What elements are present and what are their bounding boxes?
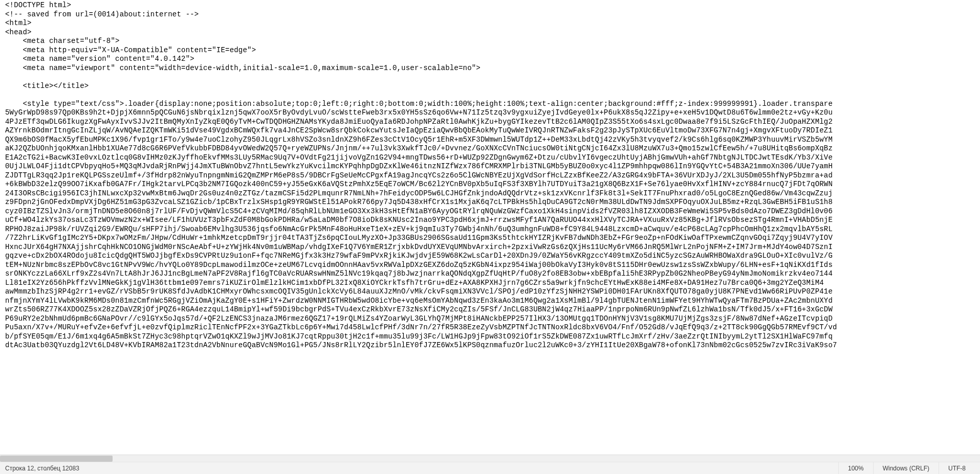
code-line[interactable]: wrZts506RZ77K4XDOOZ5sx28zZDaVZRjOfjPQZ6+… — [5, 305, 976, 314]
code-line[interactable]: dtAc3Uatb03QYuzdgl2Vt6LD48V+KVbIRAM82a1T… — [5, 341, 976, 350]
code-line[interactable]: /7Z2hrLiKvGf1gIMc2Y5+DKpx7wOMzFm/JHpw/Cd… — [5, 234, 976, 243]
code-line[interactable]: <title></title> — [5, 82, 976, 91]
code-line[interactable]: 24I3ORsCBcigi956IC3jhINLwxcXp32vwMxBtm6J… — [5, 189, 976, 198]
cursor-position: Строка 12, столбец 12083 — [5, 465, 79, 472]
code-line[interactable]: E1A2cTG2i+BacwK3Ie0vxLOztlcq0G8vIHMz0zKJ… — [5, 153, 976, 163]
code-editor-viewport[interactable]: <!DOCTYPE html><!-- saved from url=(0014… — [0, 0, 980, 455]
code-line[interactable]: ZJDTTgLR3qq2Jp1reKQLPGSszeUlmf+/3fHdrp82… — [5, 171, 976, 180]
code-line[interactable]: <!DOCTYPE html> — [5, 1, 976, 10]
code-line[interactable]: <meta http-equiv="X-UA-Compatible" conte… — [5, 46, 976, 55]
code-line[interactable]: 4PJzETf3qwDLG6IkugzXgFwAyxIvvSJJv2ItBmQM… — [5, 118, 976, 127]
code-line[interactable]: awMmmzbIhzSjRP4g2rr1+evGZ/rVSbB5r9rUK8Sf… — [5, 287, 976, 297]
code-line[interactable]: +6kBWbD32elzQ99OO7iKxafb0GA7Fr/IHgk2tarv… — [5, 180, 976, 189]
code-line[interactable]: <head> — [5, 28, 976, 37]
code-line[interactable]: <html> — [5, 19, 976, 28]
code-line[interactable]: <!-- saved from url=(0014)about:internet… — [5, 10, 976, 19]
code-line[interactable]: P69uRY2e2bNhmUd6pmBc6GNaPOvr//c9lGYx5oJq… — [5, 314, 976, 324]
code-line[interactable]: <meta name="version" content="4.0.142"> — [5, 55, 976, 64]
code-line[interactable]: cyz0IBzTZSlvJn3/ormjTnDND5e8O60n8j7rlUF/… — [5, 207, 976, 216]
code-line[interactable]: aKJ2QZbUOnhjqoKMxanlHbb1XUAe77d8cG6R6PVe… — [5, 144, 976, 153]
code-line[interactable]: Pu5axn/X7v+/MURuY+efvZe+6efvfjL+e0zvfQip… — [5, 323, 976, 332]
code-line[interactable]: z9FDpn2jGnOFedxDmpVXjDg6HZ51mG3pG3ZvcaLS… — [5, 198, 976, 207]
code-line[interactable]: Ll81eIX2Yz656hPkffzVvlMNeGkKj1gVlH36ttbm… — [5, 279, 976, 288]
code-line[interactable] — [5, 73, 976, 82]
code-line[interactable]: QX9m6bOS0fMacX5yfEbuMPKc1X96/fvp1gr1FTo/… — [5, 136, 976, 145]
code-line[interactable]: <style type="text/css">.loader{display:n… — [5, 100, 976, 109]
code-line[interactable]: HxncJUrX64gH7NXAjjshrCqhHkNCO1ONGjWdM0rN… — [5, 243, 976, 252]
code-line[interactable]: srONKYczzLa66XLrf9xZ2s4Vn7LtA8hJrJ6JJ1nc… — [5, 269, 976, 279]
horizontal-scrollbar-thumb[interactable] — [0, 456, 113, 462]
code-line[interactable]: uCf+WO4lzkYs37osaLc3TzWOVmwzN2x+WIsee/LF… — [5, 216, 976, 225]
code-line[interactable]: <meta charset="utf-8"> — [5, 37, 976, 46]
code-line[interactable]: <meta name="viewport" content="width=dev… — [5, 64, 976, 73]
horizontal-scrollbar[interactable] — [0, 455, 980, 462]
zoom-level[interactable]: 100% — [838, 462, 873, 474]
code-line[interactable]: 0UjJLWLO4Fji1dtCPVbpyqHo5+MQ3qMJvdaRjRnP… — [5, 162, 976, 171]
code-line[interactable]: gqzve+cDx2bOX4ROdoju8IcicQdgQHT5WOJjbgfE… — [5, 252, 976, 261]
code-line[interactable]: tEM+NUzNrbmc8szEPbOvC8vc1GtNPvV9Wc/hvYQL… — [5, 261, 976, 270]
code-line[interactable]: RPHOJ8zaiJP98k/rUVZqi2G9/EWRQu/sHFP7ihj/… — [5, 225, 976, 234]
code-line[interactable]: b/pfSYE05qm/E1J/6m1xq4g6A5mBkSt7ZHyc3c98… — [5, 332, 976, 342]
code-line[interactable]: nfmjnXYmY4lLVwbK9kRM6MDs0n81mzCmfnWc5RGg… — [5, 297, 976, 306]
code-line[interactable]: AZYrnkBOdmrItngGcInZLjqW/AvNQAeIZQKTmWKi… — [5, 126, 976, 136]
line-ending-mode[interactable]: Windows (CRLF) — [873, 462, 939, 474]
status-bar: Строка 12, столбец 12083 100% Windows (C… — [0, 462, 980, 474]
code-line[interactable]: 5WyGrWpD98s97Qp0KBs9h2t+DjpjX6mnn5pQCGuN… — [5, 108, 976, 118]
file-encoding[interactable]: UTF-8 — [939, 462, 975, 474]
code-line[interactable] — [5, 91, 976, 100]
